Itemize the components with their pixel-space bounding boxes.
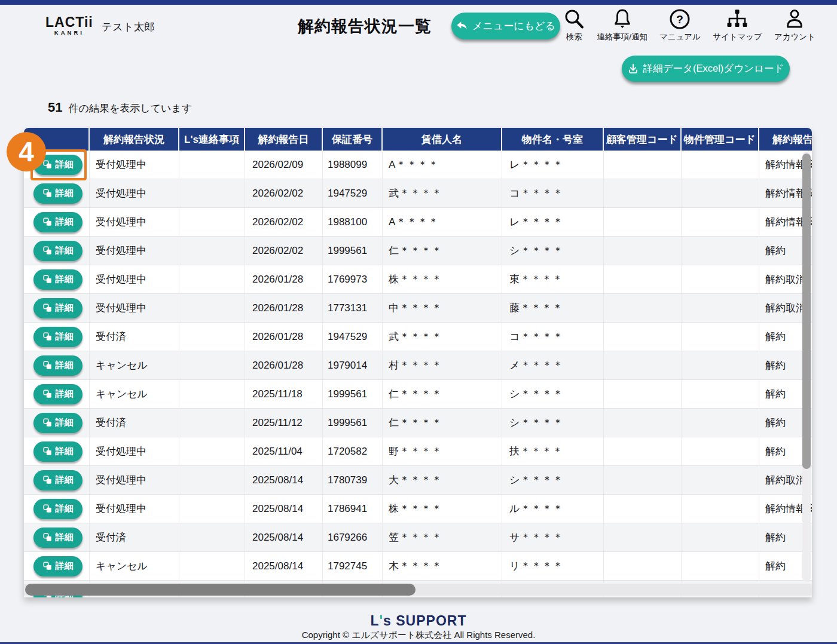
- cell-status: キャンセル: [90, 380, 179, 408]
- copy-icon: [43, 275, 52, 284]
- detail-button[interactable]: 詳細: [33, 499, 83, 519]
- cell-status: キャンセル: [90, 351, 179, 379]
- detail-button[interactable]: 詳細: [33, 269, 83, 290]
- cell-detail: 詳細: [24, 237, 90, 265]
- cell-property-code: [682, 437, 759, 465]
- cell-status: 受付処理中: [90, 151, 179, 179]
- detail-button[interactable]: 詳細: [33, 413, 83, 433]
- cell-customer-code: [604, 151, 682, 179]
- cell-tenant-name: 武＊＊＊＊: [383, 323, 502, 351]
- detail-button-label: 詳細: [56, 159, 74, 170]
- cell-ls-note: [179, 323, 245, 351]
- cell-ls-note: [179, 351, 245, 379]
- cell-guarantee-no: 1979014: [323, 351, 383, 379]
- cell-tenant-name: 株＊＊＊＊: [383, 495, 502, 523]
- cell-report-date: 2026/01/28: [245, 323, 323, 351]
- cell-property-code: [682, 294, 759, 322]
- cell-ls-note: [179, 437, 245, 465]
- cell-status: 受付処理中: [90, 237, 179, 265]
- cell-ls-note: [179, 409, 245, 437]
- copy-icon: [43, 160, 52, 169]
- bell-icon: [612, 7, 633, 30]
- cell-property-code: [682, 380, 759, 408]
- cell-guarantee-no: 1679266: [323, 523, 383, 551]
- svg-text:?: ?: [677, 13, 684, 26]
- page-title: 解約報告状況一覧: [298, 16, 432, 37]
- detail-button[interactable]: 詳細: [33, 241, 83, 261]
- detail-button[interactable]: 詳細: [33, 212, 83, 232]
- copy-icon: [43, 303, 52, 312]
- cell-customer-code: [604, 237, 682, 265]
- cell-report-date: 2025/08/14: [245, 495, 323, 523]
- cell-report-date: 2026/01/28: [245, 294, 323, 322]
- user-name: テスト太郎: [102, 20, 155, 34]
- table-body: 詳細 受付処理中 2026/02/09 1988099 A＊＊＊＊ レ＊＊＊＊ …: [24, 151, 812, 597]
- header-nav: 検索 連絡事項/通知 ? マニュアル サイトマップ アカウント: [563, 7, 815, 42]
- copyright-text: Copyright © エルズサポート株式会社 All Rights Reser…: [0, 630, 837, 641]
- copy-icon: [43, 189, 52, 198]
- table-row: 詳細 受付処理中 2026/02/02 1947529 武＊＊＊＊ コ＊＊＊＊ …: [24, 179, 812, 208]
- detail-button[interactable]: 詳細: [33, 355, 83, 376]
- cell-ls-note: [179, 151, 245, 179]
- detail-button[interactable]: 詳細: [33, 556, 83, 576]
- column-header: 解約報告種別: [759, 128, 812, 151]
- detail-button[interactable]: 詳細: [33, 183, 83, 204]
- back-to-menu-button[interactable]: メニューにもどる: [451, 13, 560, 39]
- footer-logo: L's SUPPORT: [0, 613, 837, 628]
- column-header: 顧客管理コード: [604, 128, 682, 151]
- cell-customer-code: [604, 208, 682, 236]
- cell-detail: 詳細: [24, 552, 90, 580]
- cell-guarantee-no: 1780739: [323, 466, 383, 494]
- nav-sitemap[interactable]: サイトマップ: [713, 7, 762, 42]
- cell-status: 受付済: [90, 409, 179, 437]
- detail-button[interactable]: 詳細: [33, 327, 83, 347]
- nav-manual[interactable]: ? マニュアル: [659, 7, 701, 42]
- cell-tenant-name: 木＊＊＊＊: [383, 552, 502, 580]
- cell-detail: 詳細: [24, 294, 90, 322]
- detail-button[interactable]: 詳細: [33, 528, 83, 548]
- excel-download-button[interactable]: 詳細データ(Excel)ダウンロード: [622, 56, 790, 82]
- cell-guarantee-no: 1947529: [323, 323, 383, 351]
- cell-property-code: [682, 237, 759, 265]
- vertical-scrollbar-thumb[interactable]: [802, 154, 811, 469]
- column-header: 物件名・号室: [502, 128, 604, 151]
- detail-button[interactable]: 詳細: [33, 384, 83, 404]
- cell-report-date: 2025/08/14: [245, 466, 323, 494]
- cell-status: 受付処理中: [90, 294, 179, 322]
- cell-customer-code: [604, 466, 682, 494]
- detail-button-label: 詳細: [56, 417, 74, 428]
- reply-arrow-icon: [456, 21, 468, 31]
- sitemap-icon: [725, 7, 749, 30]
- detail-button[interactable]: 詳細: [33, 298, 83, 318]
- detail-button-label: 詳細: [56, 560, 74, 572]
- excel-download-label: 詳細データ(Excel)ダウンロード: [643, 62, 784, 75]
- nav-account[interactable]: アカウント: [774, 7, 815, 42]
- horizontal-scrollbar-thumb[interactable]: [25, 584, 416, 596]
- table-row: 詳細 受付処理中 2025/08/14 1786941 株＊＊＊＊ ル＊＊＊＊ …: [24, 495, 812, 523]
- cell-guarantee-no: 1773131: [323, 294, 383, 322]
- help-icon: ?: [669, 7, 691, 30]
- nav-search-label: 検索: [566, 32, 582, 42]
- table-row: 詳細 キャンセル 2026/01/28 1979014 村＊＊＊＊ メ＊＊＊＊ …: [24, 351, 812, 380]
- cell-guarantee-no: 1999561: [323, 380, 383, 408]
- cell-customer-code: [604, 437, 682, 465]
- cell-property-name: シ＊＊＊＊: [502, 237, 604, 265]
- detail-button[interactable]: 詳細: [33, 441, 83, 462]
- cell-status: キャンセル: [90, 552, 179, 580]
- cell-tenant-name: 武＊＊＊＊: [383, 179, 502, 207]
- cell-report-date: 2025/11/12: [245, 409, 323, 437]
- cell-report-date: 2025/11/18: [245, 380, 323, 408]
- table-row: 詳細 受付済 2025/08/14 1679266 笠＊＊＊＊ サ＊＊＊＊ 解約: [24, 523, 812, 552]
- nav-notifications[interactable]: 連絡事項/通知: [597, 7, 647, 42]
- table-row: 詳細 受付処理中 2025/11/04 1720582 野＊＊＊＊ 扶＊＊＊＊ …: [24, 437, 812, 466]
- detail-button-label: 詳細: [56, 360, 74, 371]
- cell-detail: 詳細: [24, 409, 90, 437]
- cell-property-name: レ＊＊＊＊: [502, 151, 604, 179]
- cell-ls-note: [179, 466, 245, 494]
- cell-property-name: サ＊＊＊＊: [502, 523, 604, 551]
- cell-property-code: [682, 179, 759, 207]
- nav-search[interactable]: 検索: [563, 7, 585, 42]
- cell-property-name: シ＊＊＊＊: [502, 409, 604, 437]
- detail-button[interactable]: 詳細: [33, 470, 83, 490]
- table-row: 詳細 受付処理中 2026/02/09 1988099 A＊＊＊＊ レ＊＊＊＊ …: [24, 151, 812, 179]
